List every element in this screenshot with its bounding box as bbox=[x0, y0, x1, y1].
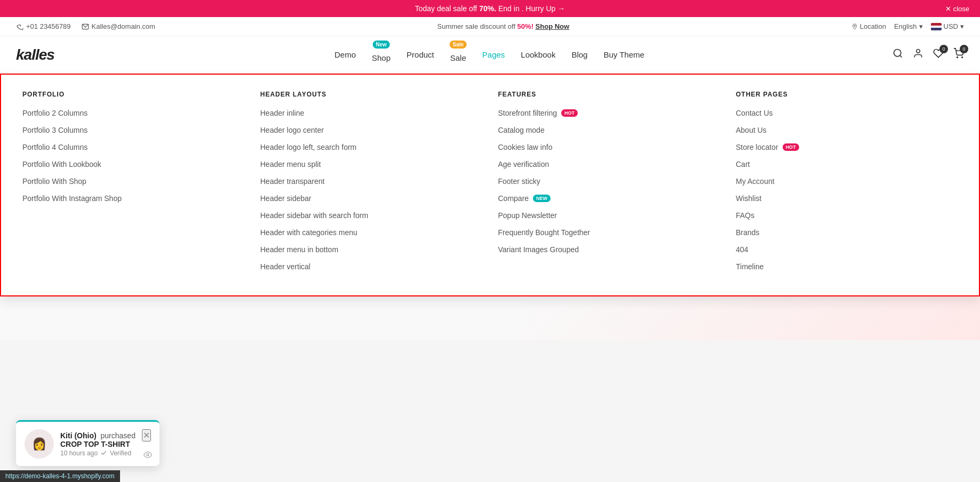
search-button[interactable] bbox=[893, 48, 903, 61]
other-pages-list: Contact Us About Us Store locator Hot Ca… bbox=[736, 109, 958, 271]
nav-label-buy-theme: Buy Theme bbox=[603, 50, 644, 59]
promo-text: Today deal sale off 70%. End in . Hurry … bbox=[415, 4, 565, 13]
list-item: Portfolio 4 Columns bbox=[22, 143, 244, 151]
flag-icon bbox=[931, 23, 942, 30]
list-item: Header logo left, search form bbox=[260, 143, 482, 151]
header-transparent-link[interactable]: Header transparent bbox=[260, 177, 482, 186]
portfolio-3-col-link[interactable]: Portfolio 3 Columns bbox=[22, 126, 244, 134]
svg-point-2 bbox=[894, 50, 901, 57]
about-us-link[interactable]: About Us bbox=[736, 126, 958, 134]
mega-menu: PORTFOLIO Portfolio 2 Columns Portfolio … bbox=[0, 74, 980, 296]
list-item: Storefront filtering hot bbox=[498, 109, 720, 117]
location-selector[interactable]: Location bbox=[851, 22, 886, 30]
list-item: Timeline bbox=[736, 262, 958, 271]
col-title-portfolio: PORTFOLIO bbox=[22, 91, 244, 98]
nav-item-lookbook[interactable]: Lookbook bbox=[521, 47, 555, 62]
svg-point-4 bbox=[917, 50, 920, 53]
list-item: Header sidebar with search form bbox=[260, 211, 482, 220]
popup-newsletter-link[interactable]: Popup Newsletter bbox=[498, 211, 720, 220]
user-icon bbox=[913, 48, 923, 59]
catalog-mode-link[interactable]: Catalog mode bbox=[498, 126, 720, 134]
hot-badge: Hot bbox=[783, 143, 799, 151]
header-logo-left-link[interactable]: Header logo left, search form bbox=[260, 143, 482, 151]
svg-point-6 bbox=[962, 57, 963, 58]
mega-col-portfolio: PORTFOLIO Portfolio 2 Columns Portfolio … bbox=[22, 91, 244, 279]
nav-item-shop[interactable]: New Shop bbox=[372, 45, 391, 65]
nav-label-product: Product bbox=[407, 50, 434, 59]
promo-text-before: Today deal sale off bbox=[415, 4, 479, 13]
list-item: Portfolio 3 Columns bbox=[22, 126, 244, 134]
language-selector[interactable]: English ▾ bbox=[894, 22, 923, 30]
footer-sticky-link[interactable]: Footer sticky bbox=[498, 177, 720, 186]
portfolio-instagram-link[interactable]: Portfolio With Instagram Shop bbox=[22, 194, 244, 203]
portfolio-2-col-link[interactable]: Portfolio 2 Columns bbox=[22, 109, 244, 117]
timeline-link[interactable]: Timeline bbox=[736, 262, 958, 271]
compare-link[interactable]: Compare New bbox=[498, 194, 720, 203]
logo[interactable]: kalles bbox=[16, 46, 54, 63]
header-sidebar-search-link[interactable]: Header sidebar with search form bbox=[260, 211, 482, 220]
main-nav: kalles Demo New Shop Product Sale Sale P… bbox=[0, 36, 980, 74]
phone-info: +01 23456789 bbox=[16, 22, 71, 30]
header-sidebar-link[interactable]: Header sidebar bbox=[260, 194, 482, 203]
nav-label-sale: Sale bbox=[450, 53, 466, 62]
brands-link[interactable]: Brands bbox=[736, 228, 958, 237]
header-menu-split-link[interactable]: Header menu split bbox=[260, 160, 482, 168]
location-icon bbox=[851, 23, 858, 30]
svg-point-1 bbox=[854, 25, 856, 27]
account-button[interactable] bbox=[913, 48, 923, 61]
svg-line-3 bbox=[900, 55, 902, 58]
location-label: Location bbox=[860, 22, 886, 30]
promo-close-button[interactable]: ✕ close bbox=[945, 5, 969, 13]
features-list: Storefront filtering hot Catalog mode Co… bbox=[498, 109, 720, 254]
nav-item-product[interactable]: Product bbox=[407, 47, 434, 62]
header-logo-center-link[interactable]: Header logo center bbox=[260, 126, 482, 134]
cart-button[interactable]: 0 bbox=[953, 48, 964, 61]
contact-us-link[interactable]: Contact Us bbox=[736, 109, 958, 117]
list-item: Frequently Bought Together bbox=[498, 228, 720, 237]
currency-selector[interactable]: USD ▾ bbox=[931, 22, 964, 30]
center-promo: Summer sale discount off 50%! Shop Now bbox=[437, 22, 570, 30]
portfolio-lookbook-link[interactable]: Portfolio With Lookbook bbox=[22, 160, 244, 168]
list-item: Wishlist bbox=[736, 194, 958, 203]
header-vertical-link[interactable]: Header vertical bbox=[260, 262, 482, 271]
list-item: Popup Newsletter bbox=[498, 211, 720, 220]
age-verification-link[interactable]: Age verification bbox=[498, 160, 720, 168]
faqs-link[interactable]: FAQs bbox=[736, 211, 958, 220]
wishlist-button[interactable]: 0 bbox=[933, 48, 944, 61]
cart-count: 0 bbox=[960, 45, 968, 53]
header-inline-link[interactable]: Header inline bbox=[260, 109, 482, 117]
list-item: Portfolio With Lookbook bbox=[22, 160, 244, 168]
nav-item-pages[interactable]: Pages bbox=[482, 47, 505, 62]
store-locator-link[interactable]: Store locator Hot bbox=[736, 143, 958, 151]
404-link[interactable]: 404 bbox=[736, 245, 958, 254]
list-item: Header logo center bbox=[260, 126, 482, 134]
cart-link[interactable]: Cart bbox=[736, 160, 958, 168]
mega-col-features: FEATURES Storefront filtering hot Catalo… bbox=[498, 91, 720, 279]
list-item: Brands bbox=[736, 228, 958, 237]
list-item: Footer sticky bbox=[498, 177, 720, 186]
nav-icons: 0 0 bbox=[893, 48, 964, 61]
variant-images-link[interactable]: Variant Images Grouped bbox=[498, 245, 720, 254]
list-item: Portfolio With Shop bbox=[22, 177, 244, 186]
cookies-law-link[interactable]: Cookies law info bbox=[498, 143, 720, 151]
portfolio-shop-link[interactable]: Portfolio With Shop bbox=[22, 177, 244, 186]
portfolio-4-col-link[interactable]: Portfolio 4 Columns bbox=[22, 143, 244, 151]
frequently-bought-link[interactable]: Frequently Bought Together bbox=[498, 228, 720, 237]
mega-col-other-pages: OTHER PAGES Contact Us About Us Store lo… bbox=[736, 91, 958, 279]
nav-item-buy-theme[interactable]: Buy Theme bbox=[603, 47, 644, 62]
my-account-link[interactable]: My Account bbox=[736, 177, 958, 186]
list-item: Catalog mode bbox=[498, 126, 720, 134]
wishlist-link[interactable]: Wishlist bbox=[736, 194, 958, 203]
storefront-filtering-link[interactable]: Storefront filtering hot bbox=[498, 109, 720, 117]
badge-sale-sale: Sale bbox=[449, 41, 467, 49]
shop-now-link[interactable]: Shop Now bbox=[536, 22, 570, 30]
nav-item-sale[interactable]: Sale Sale bbox=[450, 45, 466, 65]
nav-item-demo[interactable]: Demo bbox=[334, 47, 356, 62]
mega-col-header-layouts: HEADER LAYOUTS Header inline Header logo… bbox=[260, 91, 482, 279]
language-label: English bbox=[894, 22, 917, 30]
email-icon bbox=[82, 23, 89, 30]
header-menu-bottom-link[interactable]: Header menu in bottom bbox=[260, 245, 482, 254]
header-categories-link[interactable]: Header with categories menu bbox=[260, 228, 482, 237]
search-icon bbox=[893, 48, 903, 59]
nav-item-blog[interactable]: Blog bbox=[571, 47, 587, 62]
